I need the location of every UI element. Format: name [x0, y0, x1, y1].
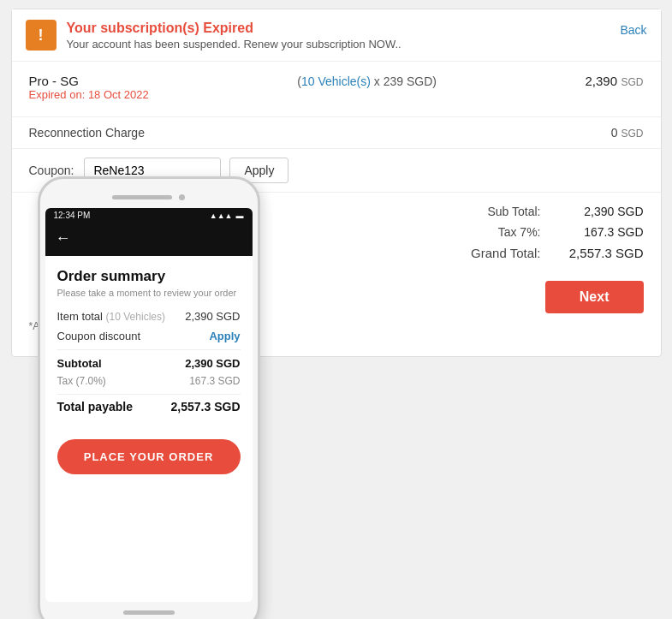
phone-content: Order summary Please take a moment to re… — [45, 256, 253, 483]
phone-app-header: ← — [45, 223, 253, 256]
phone-subtotal-row: Subtotal 2,390 SGD — [57, 357, 241, 370]
phone-dot — [179, 194, 185, 200]
grand-value: 2,557.3 SGD — [558, 246, 644, 260]
phone-total-value: 2,557.3 SGD — [171, 400, 241, 414]
phone-screen: 12:34 PM ▲▲▲ ▬ ← Order summary Please ta… — [45, 208, 253, 602]
alert-title: Your subscription(s) Expired — [67, 21, 401, 36]
phone-status-bar: 12:34 PM ▲▲▲ ▬ — [45, 208, 253, 223]
alert-subtitle: Your account has been suspended. Renew y… — [67, 38, 401, 51]
tax-value: 167.3 SGD — [558, 225, 644, 239]
alert-icon: ! — [26, 20, 56, 51]
phone-time: 12:34 PM — [54, 211, 91, 220]
reconnect-label: Reconnection Charge — [29, 126, 145, 140]
subscription-section: Pro - SG Expired on: 18 Oct 2022 (10 Veh… — [12, 62, 661, 117]
tax-label: Tax 7%: — [455, 225, 541, 239]
item-total-row: Item total (10 Vehicles) 2,390 SGD — [57, 310, 241, 323]
sub-vehicles: (10 Vehicle(s) x 239 SGD) — [297, 74, 437, 88]
home-pill — [123, 610, 175, 615]
divider-1 — [57, 349, 241, 350]
price-per: 239 SGD — [384, 74, 433, 88]
phone-subtotal-label: Subtotal — [57, 357, 102, 370]
phone-subtotal-value: 2,390 SGD — [185, 357, 240, 370]
reconnect-value: 0 SGD — [611, 126, 644, 140]
sub-right: 2,390 SGD — [585, 74, 643, 89]
order-summary-sub: Please take a moment to review your orde… — [57, 288, 241, 298]
sub-price: 2,390 — [585, 74, 617, 88]
sub-price-unit: SGD — [621, 76, 643, 88]
item-total-text: Item total — [57, 310, 103, 323]
sub-row-main: Pro - SG Expired on: 18 Oct 2022 (10 Veh… — [29, 74, 644, 101]
coupon-discount-row: Coupon discount Apply — [57, 330, 241, 342]
alert-title-status: Expired — [203, 21, 253, 35]
item-total-value: 2,390 SGD — [185, 310, 240, 323]
phone-overlay: 12:34 PM ▲▲▲ ▬ ← Order summary Please ta… — [38, 176, 260, 619]
main-card: ! Your subscription(s) Expired Your acco… — [11, 9, 662, 357]
phone-home-bar — [40, 610, 258, 615]
expired-date: 18 Oct 2022 — [88, 88, 149, 101]
back-link[interactable]: Back — [620, 23, 646, 37]
place-order-button[interactable]: PLACE YOUR ORDER — [57, 439, 241, 474]
phone-total-row: Total payable 2,557.3 SGD — [57, 394, 241, 414]
reconnect-currency: SGD — [621, 128, 643, 140]
phone-tax-row: Tax (7.0%) 167.3 SGD — [57, 375, 241, 387]
phone-tax-value: 167.3 SGD — [189, 375, 240, 387]
coupon-label: Coupon: — [29, 164, 74, 177]
battery-icon: ▬ — [236, 211, 244, 220]
grand-label: Grand Total: — [455, 246, 541, 260]
sub-center: (10 Vehicle(s) x 239 SGD) — [297, 74, 437, 88]
item-vehicles: (10 Vehicles) — [106, 311, 165, 323]
sub-name: Pro - SG — [29, 74, 149, 88]
sub-left: Pro - SG Expired on: 18 Oct 2022 — [29, 74, 149, 101]
phone-back-arrow[interactable]: ← — [56, 229, 71, 247]
coupon-discount-label: Coupon discount — [57, 330, 141, 342]
order-summary-title: Order summary — [57, 268, 241, 285]
signal-icon: ▲▲▲ — [210, 211, 233, 220]
phone-notch — [40, 187, 258, 206]
phone-total-label: Total payable — [57, 400, 133, 414]
alert-title-prefix: Your subscription(s) — [67, 21, 204, 35]
notch-bar — [112, 195, 172, 199]
subtotal-label: Sub Total: — [455, 205, 541, 218]
next-button[interactable]: Next — [545, 281, 644, 313]
phone-status-icons: ▲▲▲ ▬ — [210, 211, 244, 220]
reconnect-row: Reconnection Charge 0 SGD — [12, 117, 661, 149]
alert-text-block: Your subscription(s) Expired Your accoun… — [67, 21, 401, 51]
phone-apply-link[interactable]: Apply — [209, 330, 240, 342]
subtotal-value: 2,390 SGD — [558, 205, 644, 218]
expired-label: Expired on: — [29, 88, 86, 101]
sub-expired: Expired on: 18 Oct 2022 — [29, 88, 149, 101]
vehicles-link[interactable]: 10 Vehicle(s) — [301, 74, 371, 88]
alert-banner: ! Your subscription(s) Expired Your acco… — [12, 9, 661, 62]
phone-tax-label: Tax (7.0%) — [57, 375, 106, 387]
item-total-label: Item total (10 Vehicles) — [57, 310, 165, 323]
